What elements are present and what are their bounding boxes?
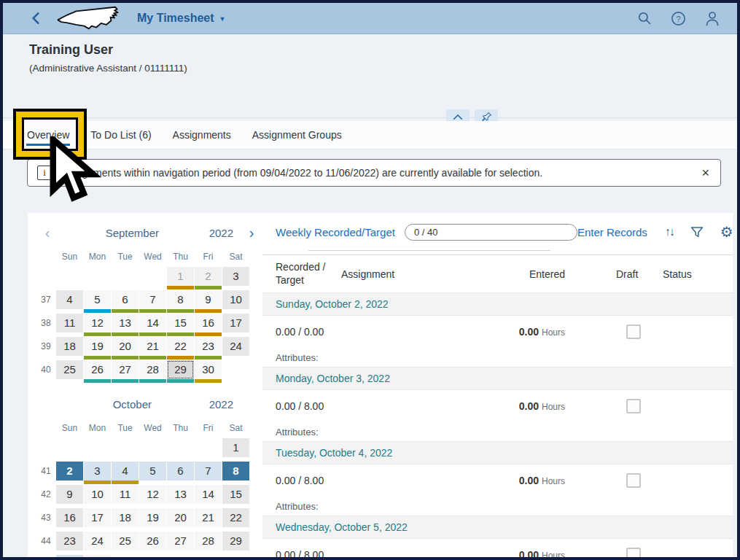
calendar-day-28[interactable]: 28 [195,532,222,554]
day-group-header[interactable]: Tuesday, October 4, 2022 [262,441,733,464]
enter-records-link[interactable]: Enter Records [577,226,647,238]
calendar-day-12[interactable]: 12 [84,314,111,336]
calendar-day-25[interactable]: 25 [56,360,83,383]
calendar-day-15[interactable]: 15 [167,314,194,336]
calendar-day-8[interactable]: 8 [167,290,194,313]
calendar-day-1[interactable]: 1 [222,438,249,461]
settings-icon[interactable]: ⚙ [720,225,733,239]
calendar-day-5[interactable]: 5 [84,290,111,313]
draft-checkbox[interactable] [626,548,641,557]
calendar-day-7[interactable]: 7 [195,462,222,484]
calendar-day-18[interactable]: 18 [112,508,139,531]
draft-checkbox[interactable] [626,473,641,488]
day-number: 25 [56,360,83,379]
timesheet-row[interactable]: 0.00 / 8.000.00Hours [262,464,733,497]
calendar-day-24[interactable]: 24 [84,532,111,554]
day-status-bar [112,527,139,531]
calendar-day-14[interactable]: 14 [195,485,222,508]
draft-checkbox[interactable] [626,324,641,339]
calendar-day-19[interactable]: 19 [84,337,111,359]
calendar-day-22[interactable]: 22 [222,508,249,531]
back-icon[interactable] [31,12,41,25]
calendar-day-10[interactable]: 10 [84,485,111,508]
calendar-day-8[interactable]: 8 [222,462,249,484]
calendar-day-21[interactable]: 21 [139,337,166,359]
calendar-day-14[interactable]: 14 [139,314,166,336]
person-icon[interactable] [705,11,720,26]
calendar-day-6[interactable]: 6 [112,290,139,313]
calendar-day-4[interactable]: 4 [56,290,83,313]
calendar-day-19[interactable]: 19 [139,508,166,531]
day-group-header[interactable]: Sunday, October 2, 2022 [262,292,733,316]
tab-to-do-list[interactable]: To Do List (6) [90,121,151,149]
calendar-day-2[interactable]: 2 [195,267,222,289]
calendar-month-label[interactable]: September [55,227,209,239]
calendar-day-21[interactable]: 21 [195,508,222,531]
calendar-day-1[interactable]: 1 [167,267,194,289]
timesheet-row[interactable]: 0.00 / 0.000.00Hours [262,316,733,348]
close-icon[interactable]: × [701,166,709,179]
weekly-recorded-target-link[interactable]: Weekly Recorded/Target [276,226,395,238]
calendar-day-3[interactable]: 3 [222,267,249,289]
calendar-day-26[interactable]: 26 [139,532,166,554]
timesheet-row[interactable]: 0.00 / 8.000.00Hours [262,539,733,557]
next-month-icon[interactable]: › [244,225,260,241]
calendar-day-17[interactable]: 17 [222,314,249,336]
tab-assignment-groups[interactable]: Assignment Groups [252,121,342,149]
calendar-day-12[interactable]: 12 [139,485,166,508]
calendar-day-13[interactable]: 13 [112,314,139,336]
tab-overview[interactable]: Overview [27,121,69,149]
calendar-day-5[interactable]: 5 [139,462,166,484]
day-group-header[interactable]: Monday, October 3, 2022 [262,367,733,390]
calendar-day-29[interactable]: 29 [167,360,194,383]
calendar-day-26[interactable]: 26 [84,360,111,383]
search-icon[interactable] [637,11,652,26]
calendar-day-10[interactable]: 10 [222,290,249,313]
calendar-day-13[interactable]: 13 [167,485,194,508]
calendar-year-label[interactable]: 2022 [209,227,233,239]
calendar-day-20[interactable]: 20 [167,508,194,531]
calendar-day-4[interactable]: 4 [112,462,139,484]
day-number: 10 [222,290,249,309]
filter-icon[interactable] [690,226,704,238]
weekly-recorded-target-input[interactable] [405,224,577,241]
calendar-day-15[interactable]: 15 [222,485,249,508]
calendar-day-16[interactable]: 16 [56,508,83,531]
calendar-day-23[interactable]: 23 [56,532,83,554]
week-number: 40 [36,360,55,383]
tab-assignments[interactable]: Assignments [173,121,231,149]
day-group-header[interactable]: Wednesday, October 5, 2022 [262,516,733,539]
calendar-day-11[interactable]: 11 [112,485,139,508]
calendar-day-24[interactable]: 24 [222,337,249,359]
entered-unit: Hours [542,402,565,412]
calendar-day-22[interactable]: 22 [167,337,194,359]
calendar-day-28[interactable]: 28 [139,360,166,383]
calendar-day-27[interactable]: 27 [112,360,139,383]
calendar-day-30[interactable]: 30 [56,555,83,557]
calendar-day-7[interactable]: 7 [139,290,166,313]
calendar-day-16[interactable]: 16 [195,314,222,336]
calendar-year-label[interactable]: 2022 [209,398,233,411]
draft-checkbox[interactable] [626,399,641,413]
sort-icon[interactable]: ↑↓ [665,225,674,238]
calendar-day-18[interactable]: 18 [56,337,83,359]
calendar-day-11[interactable]: 11 [56,314,83,336]
calendar-day-9[interactable]: 9 [195,290,222,313]
calendar-day-30[interactable]: 30 [195,360,222,383]
prev-month-icon[interactable]: ‹ [39,225,55,241]
calendar-day-31[interactable]: 31 [84,555,111,557]
calendar-day-25[interactable]: 25 [112,532,139,554]
calendar-day-27[interactable]: 27 [167,532,194,554]
calendar-day-29[interactable]: 29 [222,532,249,554]
calendar-day-3[interactable]: 3 [84,462,111,484]
calendar-day-17[interactable]: 17 [84,508,111,531]
help-icon[interactable]: ? [671,11,686,26]
calendar-day-6[interactable]: 6 [167,462,194,484]
calendar-day-9[interactable]: 9 [56,485,83,508]
timesheet-row[interactable]: 0.00 / 8.000.00Hours [262,390,733,422]
calendar-day-23[interactable]: 23 [195,337,222,359]
app-title[interactable]: My Timesheet ▼ [137,12,225,25]
calendar-day-20[interactable]: 20 [112,337,139,359]
calendar-month-label[interactable]: October [55,398,209,411]
calendar-day-2[interactable]: 2 [56,462,83,484]
